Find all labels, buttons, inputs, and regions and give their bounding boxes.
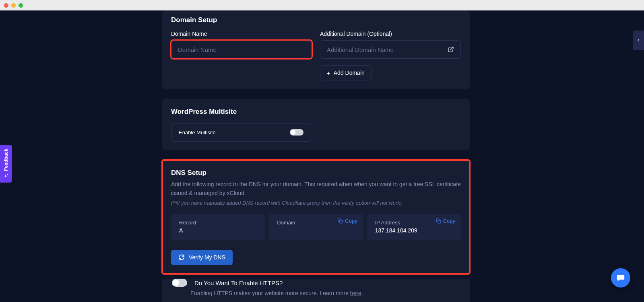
window-titlebar [0,0,644,10]
dns-ip-cell: Copy IP Address 137.184.104.209 [367,214,461,240]
dns-setup-note: (**If you have manually added DNS record… [171,200,461,206]
feedback-tab[interactable]: Feedback [0,145,12,183]
multisite-panel: WordPress Multisite Enable Multisite [162,99,470,150]
chat-icon [616,273,625,282]
svg-rect-2 [438,220,441,223]
https-sub-period: . [361,290,363,296]
dns-record-value: A [179,227,257,234]
verify-dns-button[interactable]: Verify My DNS [171,250,233,265]
enable-https-question: Do You Want To Enable HTTPS? [194,279,283,286]
copy-icon [338,218,343,224]
dns-records-grid: Record A Copy Domain C [171,214,461,240]
dns-ip-value: 137.184.104.209 [375,227,453,234]
additional-domain-input-wrap[interactable] [320,40,461,59]
copy-ip-label: Copy [443,218,455,224]
https-sub-prefix: Enabling HTTPS makes your website more s… [190,290,350,296]
copy-domain-button[interactable]: Copy [338,218,357,224]
additional-domain-label: Additional Domain (Optional) [320,31,461,37]
https-subtext: Enabling HTTPS makes your website more s… [171,290,461,296]
enable-multisite-toggle[interactable] [290,129,303,136]
svg-rect-1 [340,220,343,223]
dns-record-cell: Record A [171,214,265,240]
domain-setup-panel: Domain Setup Domain Name Additional Doma… [162,10,470,89]
external-link-icon[interactable] [448,46,454,53]
refresh-icon [178,254,185,261]
domain-name-label: Domain Name [171,31,312,37]
traffic-light-close[interactable] [4,3,8,8]
toggle-knob [291,130,295,135]
copy-domain-label: Copy [345,218,357,224]
domain-name-input[interactable] [178,46,305,53]
copy-icon [436,218,441,224]
chat-bubble-button[interactable] [611,268,630,288]
toggle-knob [173,279,179,286]
enable-https-toggle[interactable] [172,279,187,287]
enable-multisite-box: Enable Multisite [171,123,311,142]
dns-domain-cell: Copy Domain [269,214,363,240]
chevron-left-icon [636,37,640,43]
verify-dns-label: Verify My DNS [189,254,225,261]
multisite-title: WordPress Multisite [171,108,461,116]
traffic-light-minimize[interactable] [11,3,16,8]
add-domain-button[interactable]: + Add Domain [320,65,372,80]
enable-multisite-label: Enable Multisite [179,129,216,136]
copy-ip-button[interactable]: Copy [436,218,455,224]
sparkle-icon [4,173,9,179]
add-domain-button-label: Add Domain [334,70,365,76]
https-section: Do You Want To Enable HTTPS? Enabling HT… [162,279,470,302]
svg-line-0 [450,47,453,50]
additional-domain-input[interactable] [327,46,448,53]
dns-setup-description: Add the following record to the DNS for … [171,180,461,197]
dns-setup-panel: DNS Setup Add the following record to th… [162,160,470,274]
dns-setup-title: DNS Setup [171,169,461,177]
https-learn-more-link[interactable]: here [350,290,361,296]
additional-domain-field-group: Additional Domain (Optional) [320,31,461,59]
plus-icon: + [327,70,330,76]
dns-record-label: Record [179,220,257,226]
domain-name-field-group: Domain Name [171,31,312,59]
right-panel-collapse-tab[interactable] [633,31,644,50]
domain-setup-title: Domain Setup [171,16,461,24]
domain-name-input-wrap[interactable] [171,40,312,59]
feedback-label: Feedback [3,149,9,171]
traffic-light-zoom[interactable] [19,3,23,8]
